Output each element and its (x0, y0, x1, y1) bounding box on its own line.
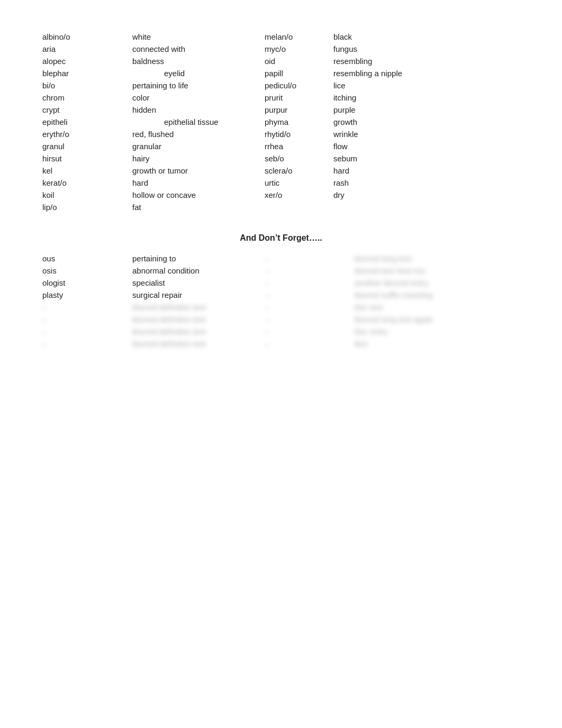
left-term: crypt (42, 105, 127, 115)
right-term: sclera/o (265, 166, 328, 176)
left-term: kel (42, 166, 127, 176)
right-definition (333, 202, 460, 212)
left-term: aria (42, 44, 127, 54)
right-term: rrhea (265, 141, 328, 151)
suffix-blurred-term: – (265, 253, 349, 263)
right-term: phyma (265, 117, 328, 127)
suffix-definition: blurred definition text (132, 302, 259, 312)
suffix-blurred-definition: blur (355, 339, 482, 349)
left-term: alopec (42, 56, 127, 66)
right-definition: rash (333, 178, 460, 188)
left-definition: red, flushed (132, 129, 259, 139)
right-term: pedicul/o (265, 80, 328, 90)
suffix-blurred-term: – (265, 314, 349, 324)
suffix-definition: blurred definition text (132, 339, 259, 349)
left-term: erythr/o (42, 129, 127, 139)
right-definition: itching (333, 93, 460, 103)
right-definition: sebum (333, 153, 460, 163)
left-definition: baldness (132, 56, 259, 66)
left-definition: connected with (132, 44, 259, 54)
suffix-term: – (42, 326, 127, 336)
right-definition: hard (333, 166, 460, 176)
suffix-blurred-term: – (265, 339, 349, 349)
left-definition: hidden (132, 105, 259, 115)
right-definition: fungus (333, 44, 460, 54)
left-definition: hollow or concave (132, 190, 259, 200)
suffix-blurred-definition: another blurred entry (355, 278, 482, 288)
right-definition: resembling a nipple (333, 68, 460, 78)
suffix-term: ologist (42, 278, 127, 288)
left-definition: hairy (132, 153, 259, 163)
left-definition: hard (132, 178, 259, 188)
left-definition: pertaining to life (132, 80, 259, 90)
left-definition: growth or tumor (132, 166, 259, 176)
suffix-term: osis (42, 266, 127, 276)
suffix-blurred-definition: blur text (355, 302, 482, 312)
left-definition: color (132, 93, 259, 103)
left-definition: white (132, 32, 259, 42)
right-definition: purple (333, 105, 460, 115)
right-term (265, 202, 328, 212)
suffix-grid: ouspertaining to–blurred long textosisab… (42, 253, 520, 349)
suffix-blurred-term: – (265, 302, 349, 312)
right-term: papill (265, 68, 328, 78)
left-term: granul (42, 141, 127, 151)
left-definition: fat (132, 202, 259, 212)
left-term: koil (42, 190, 127, 200)
suffix-definition: abnormal condition (132, 266, 259, 276)
right-term: prurit (265, 93, 328, 103)
right-definition: flow (333, 141, 460, 151)
suffix-definition: pertaining to (132, 253, 259, 263)
right-term: purpur (265, 105, 328, 115)
left-term: epitheli (42, 117, 127, 127)
suffix-blurred-term: – (265, 290, 349, 300)
suffix-term: – (42, 314, 127, 324)
suffix-blurred-definition: blurred suffix meaning (355, 290, 482, 300)
main-vocab-grid: albino/owhitemelan/oblackariaconnected w… (42, 32, 520, 212)
suffix-term: – (42, 302, 127, 312)
right-definition: growth (333, 117, 460, 127)
left-term: blephar (42, 68, 127, 78)
suffix-blurred-definition: blur entry (355, 326, 482, 336)
suffix-blurred-definition: blurred long text (355, 253, 482, 263)
left-term: kerat/o (42, 178, 127, 188)
right-term: melan/o (265, 32, 328, 42)
suffix-term: ous (42, 253, 127, 263)
right-definition: resembling (333, 56, 460, 66)
left-term: chrom (42, 93, 127, 103)
left-term: albino/o (42, 32, 127, 42)
right-term: rhytid/o (265, 129, 328, 139)
suffix-blurred-term: – (265, 326, 349, 336)
suffix-blurred-definition: blurred long text again (355, 314, 482, 324)
suffix-blurred-term: – (265, 278, 349, 288)
section-title: And Don’t Forget….. (42, 233, 520, 243)
right-definition: wrinkle (333, 129, 460, 139)
right-definition: black (333, 32, 460, 42)
right-term: xer/o (265, 190, 328, 200)
right-term: oid (265, 56, 328, 66)
left-term: hirsut (42, 153, 127, 163)
right-definition: lice (333, 80, 460, 90)
suffix-blurred-term: – (265, 266, 349, 276)
left-term: bi/o (42, 80, 127, 90)
left-definition: eyelid (132, 68, 259, 78)
suffix-definition: blurred definition text (132, 326, 259, 336)
left-definition: epithelial tissue (132, 117, 259, 127)
suffix-definition: specialist (132, 278, 259, 288)
right-term: myc/o (265, 44, 328, 54)
suffix-blurred-definition: blurred text here too (355, 266, 482, 276)
suffix-term: plasty (42, 290, 127, 300)
right-term: urtic (265, 178, 328, 188)
left-definition: granular (132, 141, 259, 151)
right-term: seb/o (265, 153, 328, 163)
suffix-term: – (42, 339, 127, 349)
right-definition: dry (333, 190, 460, 200)
left-term: lip/o (42, 202, 127, 212)
suffix-definition: surgical repair (132, 290, 259, 300)
suffix-definition: blurred definition text (132, 314, 259, 324)
